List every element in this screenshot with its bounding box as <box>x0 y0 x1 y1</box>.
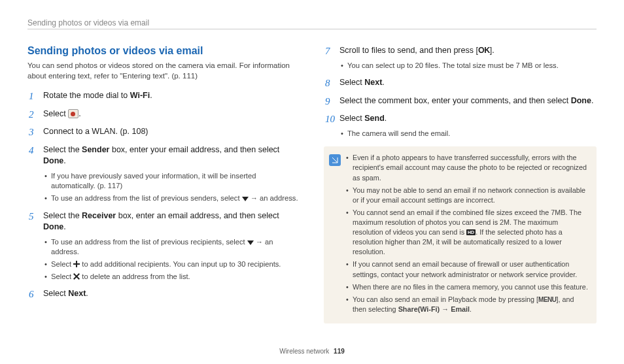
note-text: You can also send an email in Playback m… <box>353 295 538 303</box>
sender-label: Sender <box>82 145 109 154</box>
wifi-icon: Wi-Fi <box>130 91 150 100</box>
page-number: 119 <box>334 348 345 355</box>
sub-item: Select to add additional recipients. You… <box>43 259 300 270</box>
step-9: Select the comment box, enter your comme… <box>324 95 597 107</box>
steps-list-left: Rotate the mode dial to Wi-Fi. Select . … <box>27 90 300 300</box>
right-column: Scroll to files to send, and then press … <box>324 45 597 323</box>
step-text: . <box>382 78 384 87</box>
left-column: Sending photos or videos via email You c… <box>27 45 300 323</box>
plus-icon <box>73 261 80 267</box>
step-text: Scroll to files to send, and then press … <box>339 46 478 55</box>
step-text: . <box>86 289 88 298</box>
step-text: . <box>63 222 65 231</box>
next-label: Next <box>68 289 86 298</box>
step-8: Select Next. <box>324 77 597 89</box>
step-10-sub: The camera will send the email. <box>339 129 597 139</box>
section-intro: You can send photos or videos stored on … <box>27 61 300 81</box>
note-box: Even if a photo appears to have transfer… <box>324 146 597 323</box>
step-6: Select Next. <box>27 288 300 300</box>
step-4: Select the Sender box, enter your email … <box>27 144 300 204</box>
step-text: box, enter your email address, and then … <box>109 145 279 154</box>
down-arrow-icon <box>242 197 249 201</box>
step-text: to add additional recipients. You can in… <box>80 260 281 268</box>
notes-list: Even if a photo appears to have transfer… <box>346 153 589 317</box>
x-icon <box>73 273 80 280</box>
step-1: Rotate the mode dial to Wi-Fi. <box>27 90 300 102</box>
step-text: To use an address from the list of previ… <box>51 238 247 246</box>
page-footer: Wireless network 119 <box>0 348 624 355</box>
arrow-icon: → <box>440 305 451 313</box>
step-7: Scroll to files to send, and then press … <box>324 45 597 71</box>
down-arrow-icon <box>247 240 254 245</box>
note-item: When there are no files in the camera me… <box>346 282 589 292</box>
ok-icon: OK <box>478 46 490 55</box>
sub-item: To use an address from the list of previ… <box>43 237 300 257</box>
step-text: . <box>63 156 65 165</box>
note-item: If you cannot send an email because of f… <box>346 259 589 279</box>
step-text: Select the <box>43 211 82 220</box>
done-label: Done <box>43 156 63 165</box>
step-text: Select <box>339 78 364 87</box>
step-5-sub: To use an address from the list of previ… <box>43 237 300 282</box>
sub-item: You can select up to 20 files. The total… <box>339 61 597 71</box>
step-text: . <box>150 91 152 100</box>
receiver-label: Receiver <box>82 211 116 220</box>
step-text: box, enter an email address, and then se… <box>116 211 279 220</box>
step-text: Select <box>43 289 68 298</box>
note-icon <box>329 154 341 166</box>
step-2: Select . <box>27 108 300 120</box>
step-text: Select <box>51 273 73 280</box>
share-wifi-label: Share(Wi-Fi) <box>398 305 440 313</box>
email-icon <box>68 109 78 118</box>
steps-list-right: Scroll to files to send, and then press … <box>324 45 597 139</box>
running-header: Sending photos or videos via email <box>27 18 597 27</box>
content-columns: Sending photos or videos via email You c… <box>27 45 597 323</box>
step-text: Select the <box>43 145 82 154</box>
step-text: Select the comment box, enter your comme… <box>339 96 571 105</box>
sub-item: Select to delete an address from the lis… <box>43 272 300 282</box>
step-10: Select Send. The camera will send the em… <box>324 113 597 139</box>
step-text: Select <box>339 114 364 123</box>
step-text: . <box>385 114 387 123</box>
sub-item: The camera will send the email. <box>339 129 597 139</box>
header-rule <box>27 29 597 29</box>
step-text: . <box>591 96 593 105</box>
step-3: Connect to a WLAN. (p. 108) <box>27 126 300 138</box>
step-text: to delete an address from the list. <box>80 273 190 280</box>
step-text: ]. <box>490 46 494 55</box>
step-text: Rotate the mode dial to <box>43 91 130 100</box>
note-item: Even if a photo appears to have transfer… <box>346 153 589 182</box>
hd-icon: HD <box>466 229 476 235</box>
done-label: Done <box>571 96 591 105</box>
email-label: Email <box>451 305 470 313</box>
note-item: You may not be able to send an email if … <box>346 186 589 205</box>
sub-item: If you have previously saved your inform… <box>43 171 300 191</box>
menu-icon: MENU <box>538 296 556 303</box>
note-item: You can also send an email in Playback m… <box>346 295 589 315</box>
step-text: → an address. <box>249 194 298 202</box>
note-text: . <box>470 305 472 313</box>
note-item: You cannot send an email if the combined… <box>346 208 589 257</box>
step-7-sub: You can select up to 20 files. The total… <box>339 61 597 71</box>
done-label: Done <box>43 222 63 231</box>
send-label: Send <box>364 114 385 123</box>
section-title: Sending photos or videos via email <box>27 45 300 57</box>
step-5: Select the Receiver box, enter an email … <box>27 210 300 282</box>
next-label: Next <box>364 78 382 87</box>
footer-section: Wireless network <box>279 348 329 355</box>
step-text: . <box>78 109 80 118</box>
step-text: Select <box>43 109 68 118</box>
step-4-sub: If you have previously saved your inform… <box>43 171 300 204</box>
step-text: Select <box>51 260 73 268</box>
sub-item: To use an address from the list of previ… <box>43 193 300 204</box>
step-text: To use an address from the list of previ… <box>51 194 242 202</box>
